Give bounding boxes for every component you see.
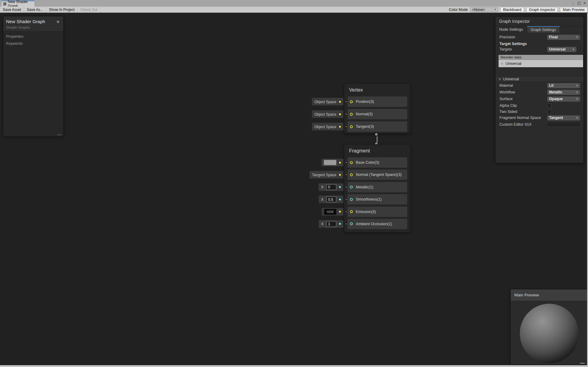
fragment-port-row-metallic: X 0 Metallic(1): [348, 182, 407, 192]
drag-handle-icon[interactable]: =: [501, 61, 503, 66]
port-slot[interactable]: Normal (Tangent Space)(3): [348, 170, 407, 180]
alpha-clip-checkbox[interactable]: [547, 103, 551, 108]
blackboard-section-keywords[interactable]: Keywords: [3, 39, 63, 46]
base-color-widget[interactable]: [321, 159, 343, 166]
blackboard-resize-handle[interactable]: [57, 135, 61, 135]
color-mode-dropdown[interactable]: <None> ▼: [470, 7, 498, 12]
blackboard-section-properties[interactable]: Properties: [3, 32, 63, 39]
x-component-label: X: [321, 222, 324, 226]
color-mode-label: Color Mode: [448, 8, 469, 12]
chevron-down-icon: ▼: [576, 98, 578, 100]
tangent-port-icon[interactable]: [350, 125, 353, 128]
window-maximize-icon[interactable]: [578, 2, 580, 5]
vertex-port-row-normal: Object Space Normal(3): [348, 109, 407, 119]
normal-port-icon[interactable]: [350, 113, 353, 116]
two-sided-row: Two Sided: [495, 109, 583, 114]
connector-dot-icon: [339, 126, 341, 128]
port-slot[interactable]: Normal(3): [348, 109, 407, 119]
show-in-project-button[interactable]: Show In Project: [46, 7, 78, 12]
port-slot[interactable]: Emission(3): [348, 207, 407, 217]
save-asset-button[interactable]: Save Asset: [0, 7, 24, 12]
chevron-down-icon: ▼: [576, 84, 578, 87]
workflow-dropdown[interactable]: Metallic ▼: [547, 90, 580, 95]
port-slot[interactable]: Base Color(3): [348, 157, 407, 168]
main-preview-toggle-button[interactable]: Main Preview: [560, 7, 587, 12]
fragment-node[interactable]: Fragment Base Color(3) Tangent Space: [344, 144, 411, 232]
port-slot[interactable]: Smoothness(1): [348, 194, 407, 204]
tab-new-shader-graph[interactable]: New Shader Graph: [2, 1, 34, 7]
tangent-space-chip[interactable]: Object Space: [312, 123, 343, 131]
port-slot[interactable]: Metallic(1): [348, 182, 407, 192]
emission-port-icon[interactable]: [350, 210, 353, 213]
vertex-node[interactable]: Vertex Object Space Position(3) Object S…: [344, 83, 411, 134]
blackboard-subtitle: Shader Graphs: [6, 26, 60, 29]
targets-row: Targets Universal ▼: [495, 47, 583, 52]
save-as-button[interactable]: Save As...: [24, 7, 46, 12]
main-preview-title: Main Preview: [511, 289, 587, 301]
window-close-icon[interactable]: ✕: [583, 1, 586, 5]
port-slot[interactable]: Ambient Occlusion(1): [348, 219, 407, 229]
smoothness-value-field[interactable]: 0.5: [326, 197, 336, 202]
targets-dropdown[interactable]: Universal ▼: [547, 47, 576, 52]
normal-space-chip[interactable]: Object Space: [312, 110, 343, 118]
universal-foldout[interactable]: ▼ Universal: [495, 76, 583, 82]
port-slot[interactable]: Position(3): [348, 96, 407, 107]
check-out-button: Check Out: [78, 7, 101, 12]
color-swatch[interactable]: [324, 160, 336, 165]
vertex-out-port-icon[interactable]: [375, 133, 377, 135]
main-preview-resize-handle[interactable]: [580, 363, 585, 364]
two-sided-checkbox[interactable]: [547, 110, 551, 114]
surface-dropdown[interactable]: Opaque ▼: [547, 96, 580, 102]
precision-row: Precision Float ▼: [495, 34, 583, 40]
window-titlebar: New Shader Graph ⋮ ✕: [0, 0, 588, 7]
surface-row: Surface Opaque ▼: [495, 96, 583, 102]
fragment-port-row-smoothness: X 0.5 Smoothness(1): [348, 194, 407, 204]
x-component-label: X: [321, 185, 324, 189]
port-slot[interactable]: Tangent(3): [348, 121, 407, 132]
custom-editor-gui-row: Custom Editor GUI: [495, 122, 583, 127]
chevron-down-icon: ▼: [494, 8, 496, 11]
window-border-bottom: [0, 365, 588, 367]
blackboard-title: New Shader Graph: [6, 19, 60, 24]
graph-inspector-toggle-button[interactable]: Graph Inspector: [526, 7, 558, 12]
window-menu-icon[interactable]: ⋮: [571, 1, 575, 5]
ambient-occlusion-value-field[interactable]: 1: [326, 221, 336, 227]
fragment-port-row-emission: HDR Emission(3): [348, 207, 407, 217]
tab-graph-settings[interactable]: Graph Settings: [527, 26, 560, 33]
chevron-down-icon: ▼: [576, 117, 578, 119]
x-component-label: X: [321, 197, 324, 201]
preview-sphere[interactable]: [520, 304, 579, 363]
workflow-row: Workflow Metallic ▼: [495, 89, 583, 95]
shader-graph-asset-icon: [3, 2, 6, 6]
graph-inspector-panel[interactable]: Graph Inspector Node Settings Graph Sett…: [495, 16, 584, 163]
material-dropdown[interactable]: Lit ▼: [547, 83, 580, 88]
metallic-value-field[interactable]: 0: [326, 184, 336, 190]
reorder-item-universal[interactable]: = Universal: [499, 60, 583, 67]
add-property-button[interactable]: +: [56, 19, 60, 25]
smoothness-port-icon[interactable]: [350, 198, 353, 201]
connector-dot-icon: [339, 223, 341, 225]
blackboard-toggle-button[interactable]: Blackboard: [500, 7, 524, 12]
ambient-occlusion-port-icon[interactable]: [350, 222, 353, 225]
fragment-node-title: Fragment: [344, 145, 410, 154]
normal-space-chip[interactable]: Tangent Space: [310, 171, 343, 179]
foldout-arrow-icon: ▼: [499, 78, 501, 81]
connector-dot-icon: [339, 113, 341, 115]
position-space-chip[interactable]: Object Space: [312, 98, 343, 106]
shader-graph-window: New Shader Graph ⋮ ✕ Save Asset Save As.…: [0, 0, 588, 367]
normal-port-icon[interactable]: [350, 173, 353, 176]
metallic-port-icon[interactable]: [350, 186, 353, 188]
precision-dropdown[interactable]: Float ▼: [547, 35, 580, 40]
tab-node-settings[interactable]: Node Settings: [495, 26, 527, 33]
material-row: Material Lit ▼: [495, 83, 583, 88]
custom-editor-gui-field[interactable]: [547, 122, 581, 127]
base-color-port-icon[interactable]: [350, 161, 353, 164]
ambient-occlusion-input-widget: X 1: [319, 220, 343, 228]
main-preview-panel[interactable]: Main Preview: [510, 289, 587, 365]
blackboard-panel[interactable]: New Shader Graph Shader Graphs + Propert…: [3, 16, 64, 137]
chevron-down-icon: ▼: [576, 36, 578, 39]
position-port-icon[interactable]: [350, 100, 353, 103]
hdr-color-swatch[interactable]: HDR: [324, 209, 336, 215]
fragment-port-row-base-color: Base Color(3): [348, 157, 407, 168]
fragment-normal-space-dropdown[interactable]: Tangent ▼: [547, 115, 580, 121]
